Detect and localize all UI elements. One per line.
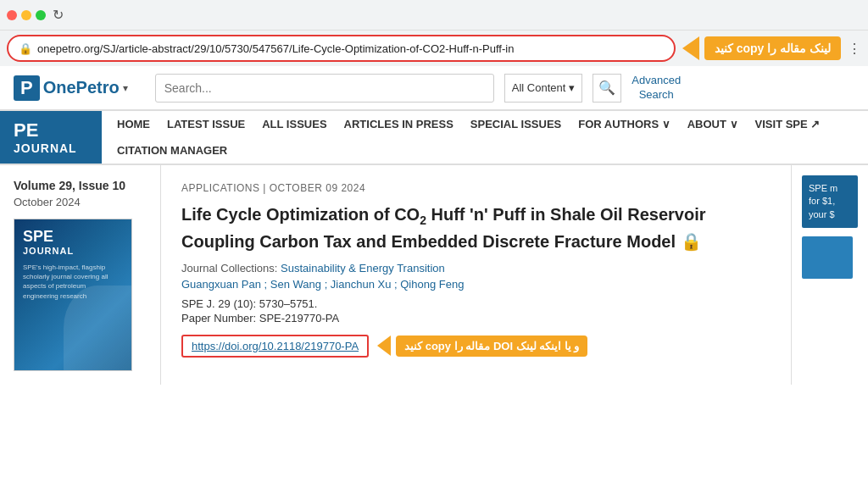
nav-all-issues[interactable]: ALL ISSUES — [253, 111, 335, 137]
advanced-search-link[interactable]: Advanced Search — [632, 74, 681, 103]
url-bar[interactable]: 🔒 onepetro.org/SJ/article-abstract/29/10… — [7, 35, 676, 62]
collection-label: Journal Collections: Sustainability & En… — [181, 262, 771, 274]
cover-spe-label: SPE — [23, 228, 53, 246]
right-sidebar: SPE m for $1, your $ — [792, 165, 868, 385]
nav-about[interactable]: ABOUT ∨ — [679, 111, 747, 137]
nav-citation-manager[interactable]: CITATION MANAGER — [108, 137, 236, 164]
nav-visit-spe[interactable]: VISIT SPE ↗ — [747, 111, 829, 137]
browser-chrome: ↻ — [0, 0, 868, 30]
doi-callout: و یا اینکه لینک DOI مقاله را copy کنید — [377, 336, 587, 357]
issue-date: October 2024 — [14, 196, 147, 208]
nav-articles-in-press[interactable]: ARTICLES IN PRESS — [336, 111, 462, 137]
promo-box-2 — [802, 236, 853, 279]
nav-bar: PE JOURNAL HOME LATEST ISSUE ALL ISSUES … — [0, 111, 868, 165]
nav-links: HOME LATEST ISSUE ALL ISSUES ARTICLES IN… — [102, 111, 868, 164]
content-filter-label: All Content — [512, 81, 566, 94]
url-text: onepetro.org/SJ/article-abstract/29/10/5… — [37, 42, 514, 55]
article-meta: APPLICATIONS | OCTOBER 09 2024 — [181, 182, 771, 194]
browser-dots — [7, 10, 46, 20]
nav-special-issues[interactable]: SPECIAL ISSUES — [462, 111, 570, 137]
left-sidebar: Volume 29, Issue 10 October 2024 SPE JOU… — [0, 165, 161, 385]
promo-box-1[interactable]: SPE m for $1, your $ — [802, 175, 858, 228]
refresh-icon[interactable]: ↻ — [53, 7, 64, 23]
main-content: Volume 29, Issue 10 October 2024 SPE JOU… — [0, 165, 868, 385]
title-text-2: Huff 'n' Puff in Shale Oil Reservoir — [426, 205, 706, 224]
browser-toolbar-icons: ⋮ — [848, 41, 861, 57]
title-co2-subscript: 2 — [420, 214, 426, 227]
logo-dropdown-icon[interactable]: ▾ — [123, 82, 128, 94]
journal-cover-image: SPE JOURNAL SPE's high-impact, flagship … — [14, 219, 132, 371]
lock-icon: 🔒 — [19, 42, 32, 55]
title-text-3: Coupling Carbon Tax and Embedded Discret… — [181, 232, 676, 251]
collection-label-text: Journal Collections: — [181, 262, 277, 274]
search-button[interactable]: 🔍 — [593, 74, 621, 103]
maximize-dot[interactable] — [36, 10, 46, 20]
content-filter-dropdown[interactable]: All Content ▾ — [504, 74, 583, 103]
logo-wordmark: OnePetro — [43, 78, 120, 97]
nav-home[interactable]: HOME — [108, 111, 159, 137]
doi-callout-arrow-icon — [377, 336, 391, 356]
nav-for-authors[interactable]: FOR AUTHORS ∨ — [570, 111, 678, 137]
search-icon: 🔍 — [598, 80, 615, 96]
doi-row: https://doi.org/10.2118/219770-PA و یا ا… — [181, 335, 771, 358]
cover-decoration — [64, 286, 131, 370]
nav-latest-issue[interactable]: LATEST ISSUE — [159, 111, 253, 137]
volume-info: Volume 29, Issue 10 — [14, 179, 147, 192]
title-text-1: Life Cycle Optimization of CO — [181, 205, 420, 224]
site-header: P OnePetro ▾ All Content ▾ 🔍 Advanced Se… — [0, 66, 868, 110]
article-content: APPLICATIONS | OCTOBER 09 2024 Life Cycl… — [161, 165, 792, 385]
minimize-dot[interactable] — [21, 10, 31, 20]
article-title: Life Cycle Optimization of CO2 Huff 'n' … — [181, 202, 771, 253]
url-bar-row: 🔒 onepetro.org/SJ/article-abstract/29/10… — [0, 30, 868, 66]
url-callout-box: لینک مقاله را copy کنید — [704, 36, 841, 60]
close-dot[interactable] — [7, 10, 17, 20]
dropdown-chevron-icon: ▾ — [569, 81, 575, 94]
journal-name-label: JOURNAL — [14, 141, 88, 155]
doi-callout-box: و یا اینکه لینک DOI مقاله را copy کنید — [396, 336, 587, 357]
authors: Guangxuan Pan ; Sen Wang ; Jianchun Xu ;… — [181, 278, 771, 291]
journal-pe-label: PE — [14, 119, 88, 141]
journal-branding: PE JOURNAL — [0, 111, 102, 164]
search-input[interactable] — [156, 78, 493, 98]
search-bar[interactable] — [155, 74, 494, 103]
logo[interactable]: P OnePetro ▾ — [14, 75, 128, 101]
callout-arrow-icon — [682, 36, 699, 60]
citation-info: SPE J. 29 (10): 5730–5751. — [181, 297, 771, 310]
collection-link[interactable]: Sustainability & Energy Transition — [281, 262, 445, 274]
url-callout: لینک مقاله را copy کنید — [682, 36, 841, 60]
doi-link[interactable]: https://doi.org/10.2118/219770-PA — [181, 335, 369, 358]
cover-journal-label: JOURNAL — [23, 246, 74, 256]
lock-article-icon: 🔒 — [681, 232, 702, 251]
paper-number: Paper Number: SPE-219770-PA — [181, 312, 771, 324]
logo-p-mark: P — [14, 75, 40, 101]
extensions-icon[interactable]: ⋮ — [848, 41, 861, 57]
